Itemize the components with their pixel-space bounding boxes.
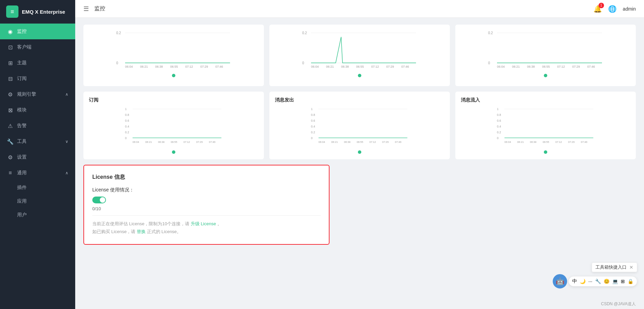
menu-toggle-icon[interactable]: ☰ bbox=[83, 5, 89, 13]
admin-label[interactable]: admin bbox=[623, 6, 636, 12]
sidebar-sub-label: 插件 bbox=[17, 185, 27, 191]
sidebar-item-tools[interactable]: 🔧 工具 ∨ bbox=[0, 134, 75, 149]
svg-text:0: 0 bbox=[497, 136, 499, 140]
svg-text:1: 1 bbox=[497, 107, 499, 111]
svg-text:07:12: 07:12 bbox=[371, 65, 379, 68]
subscription-icon: ⊟ bbox=[7, 75, 14, 82]
svg-text:06:21: 06:21 bbox=[326, 65, 334, 68]
svg-text:06:04: 06:04 bbox=[133, 140, 139, 144]
language-icon[interactable]: 🌐 bbox=[608, 5, 617, 13]
toolbar-icon-moon[interactable]: 🌙 bbox=[580, 279, 586, 284]
svg-text:07:29: 07:29 bbox=[200, 65, 208, 68]
license-note-line2: 如已购买 License，请 bbox=[92, 229, 135, 234]
status-dot-2 bbox=[358, 74, 361, 77]
topic-icon: ⊞ bbox=[7, 59, 14, 66]
sidebar-item-plugins[interactable]: 插件 bbox=[0, 181, 75, 194]
sidebar-item-monitor[interactable]: ◉ 监控 bbox=[0, 24, 75, 39]
svg-text:06:04: 06:04 bbox=[125, 65, 133, 68]
chart-indicator-2 bbox=[275, 74, 444, 77]
svg-text:07:29: 07:29 bbox=[568, 140, 575, 144]
svg-text:0.6: 0.6 bbox=[311, 119, 315, 122]
sidebar-item-topic[interactable]: ⊞ 主题 bbox=[0, 55, 75, 71]
svg-text:06:55: 06:55 bbox=[543, 140, 549, 144]
sidebar-sub-label: 用户 bbox=[17, 212, 27, 218]
toolbar-label-box: 工具箱快捷入口 ✕ bbox=[592, 263, 637, 272]
svg-text:0: 0 bbox=[116, 61, 118, 65]
footer: CSDN @JAVA道人 bbox=[75, 299, 644, 309]
toolbar-icon-lock[interactable]: 🔒 bbox=[628, 279, 633, 284]
sidebar-item-client[interactable]: ⊡ 客户端 bbox=[0, 39, 75, 55]
sidebar-item-users[interactable]: 用户 bbox=[0, 208, 75, 222]
monitor-icon: ◉ bbox=[7, 28, 14, 35]
svg-text:06:55: 06:55 bbox=[357, 140, 363, 144]
license-usage-label: License 使用情况： bbox=[92, 187, 321, 193]
status-dot-msg-out bbox=[358, 150, 361, 154]
svg-text:07:46: 07:46 bbox=[587, 65, 595, 68]
sidebar-item-module[interactable]: ⊠ 模块 bbox=[0, 102, 75, 118]
toolbar-icon-zh[interactable]: 中 bbox=[572, 278, 577, 284]
chart-row-1: 0.2 0 06:04 06:21 06:38 06:55 07:12 07 bbox=[83, 25, 636, 86]
sidebar-item-alert[interactable]: ⚠ 告警 bbox=[0, 118, 75, 134]
license-note-mid: 。 bbox=[217, 221, 222, 226]
sidebar-item-general[interactable]: ≡ 通用 ∧ bbox=[0, 165, 75, 181]
svg-text:0.2: 0.2 bbox=[497, 131, 501, 134]
sidebar-item-rule-engine[interactable]: ⚙ 规则引擎 ∧ bbox=[0, 86, 75, 102]
sidebar-item-subscription[interactable]: ⊟ 订阅 bbox=[0, 71, 75, 86]
svg-text:07:29: 07:29 bbox=[382, 140, 389, 144]
license-upgrade-link[interactable]: 升级 License bbox=[191, 221, 216, 226]
sidebar-item-label: 设置 bbox=[17, 154, 27, 160]
status-dot-sub bbox=[172, 150, 175, 154]
license-note-end: 正式的 License。 bbox=[147, 229, 181, 234]
client-icon: ⊡ bbox=[7, 44, 14, 51]
toolbar-icon-wrench[interactable]: 🔧 bbox=[595, 279, 601, 284]
toolbar-close-button[interactable]: ✕ bbox=[629, 265, 633, 270]
sidebar: ≡ EMQ X Enterprise ◉ 监控 ⊡ 客户端 ⊞ 主题 ⊟ 订阅 … bbox=[0, 0, 75, 309]
svg-text:0.4: 0.4 bbox=[497, 125, 501, 128]
status-dot-1 bbox=[172, 74, 175, 77]
sidebar-item-label: 模块 bbox=[17, 107, 27, 113]
toolbar-icon-emoji[interactable]: 😊 bbox=[604, 279, 609, 284]
license-divider bbox=[92, 215, 321, 216]
chart-wrapper-1: 0.2 0 06:04 06:21 06:38 06:55 07:12 07 bbox=[89, 30, 258, 71]
chart-wrapper-sub: 1 0.8 0.6 0.4 0.2 0 06:04 06:21 06:38 06… bbox=[89, 107, 258, 148]
toolbar-icon-grid[interactable]: ⊞ bbox=[621, 279, 625, 284]
license-toggle bbox=[92, 197, 106, 203]
svg-text:0.8: 0.8 bbox=[311, 113, 315, 117]
sidebar-item-apps[interactable]: 应用 bbox=[0, 194, 75, 208]
chart-card-msg-out: 消息发出 1 0.8 0.6 0.4 0.2 0 06:04 06:21 bbox=[269, 92, 450, 159]
svg-text:0: 0 bbox=[125, 136, 127, 140]
svg-text:07:46: 07:46 bbox=[209, 140, 215, 144]
notification-badge: 1 bbox=[599, 3, 604, 8]
toolbar-icon-dots[interactable]: ··· bbox=[588, 279, 592, 284]
toolbar-float: 工具箱快捷入口 ✕ 🤖 中 🌙 ··· 🔧 😊 💻 ⊞ 🔒 bbox=[553, 263, 637, 288]
svg-text:0.2: 0.2 bbox=[125, 131, 129, 134]
chevron-up-icon: ∨ bbox=[65, 139, 68, 144]
svg-text:07:12: 07:12 bbox=[557, 65, 565, 68]
sidebar-item-label: 通用 bbox=[17, 170, 27, 176]
chart-title-subscription: 订阅 bbox=[89, 97, 258, 103]
notification-bell[interactable]: 🔔 1 bbox=[593, 5, 602, 13]
alert-icon: ⚠ bbox=[7, 122, 14, 129]
footer-text: CSDN @JAVA道人 bbox=[601, 301, 636, 306]
content-area: 0.2 0 06:04 06:21 06:38 06:55 07:12 07 bbox=[75, 18, 644, 299]
chart-indicator-msg-in bbox=[461, 150, 630, 154]
svg-text:0.2: 0.2 bbox=[488, 31, 493, 35]
toolbar-icon-monitor[interactable]: 💻 bbox=[612, 279, 618, 284]
chart-wrapper-2: 0.2 0 06:04 06:21 06:38 06:55 07:12 07:2… bbox=[275, 30, 444, 71]
chart-svg-1: 0.2 0 06:04 06:21 06:38 06:55 07:12 07 bbox=[89, 30, 258, 68]
general-icon: ≡ bbox=[7, 170, 14, 176]
svg-text:07:46: 07:46 bbox=[581, 140, 587, 144]
module-icon: ⊠ bbox=[7, 107, 14, 113]
header: ☰ 监控 🔔 1 🌐 admin bbox=[75, 0, 644, 18]
license-replace-link[interactable]: 替换 bbox=[137, 229, 146, 234]
chart-indicator-sub bbox=[89, 150, 258, 154]
rule-engine-icon: ⚙ bbox=[7, 91, 14, 98]
sidebar-item-settings[interactable]: ⚙ 设置 bbox=[0, 149, 75, 165]
svg-text:06:38: 06:38 bbox=[341, 65, 349, 68]
chart-card-top-3: 0.2 0 06:04 06:21 06:38 06:55 07:12 07:2… bbox=[455, 25, 636, 86]
svg-text:06:55: 06:55 bbox=[171, 140, 177, 144]
license-note: 当前正在使用评估 License，限制为10个连接，请 升级 License 。… bbox=[92, 220, 321, 236]
svg-text:06:04: 06:04 bbox=[319, 140, 325, 144]
sidebar-item-label: 监控 bbox=[17, 28, 27, 35]
toolbar-avatar[interactable]: 🤖 bbox=[553, 274, 567, 288]
